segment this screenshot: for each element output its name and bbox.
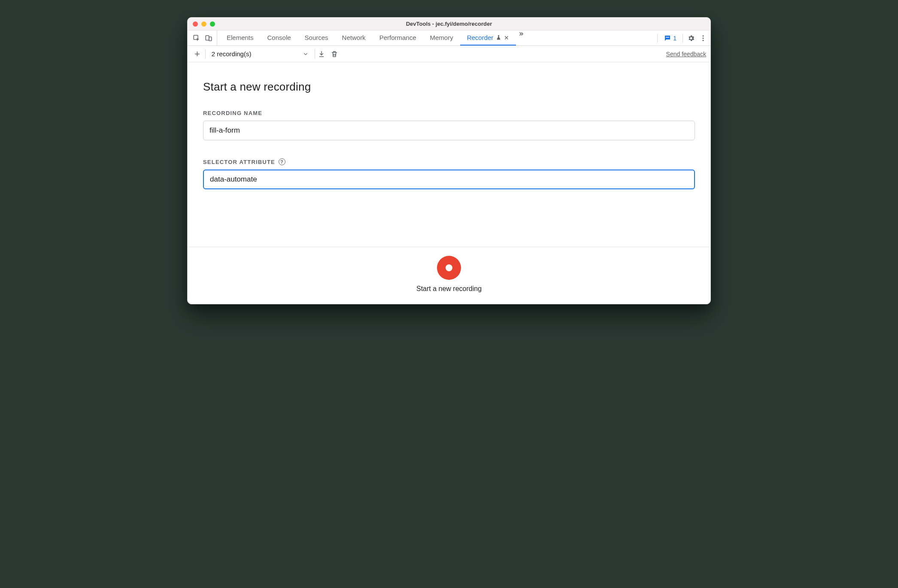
tabs-right-controls: 1 [657,30,707,45]
svg-point-4 [703,35,704,36]
start-recording-button[interactable] [437,256,461,280]
tab-label: Memory [430,34,453,41]
close-tab-icon[interactable]: ✕ [504,34,509,41]
more-menu-icon[interactable] [699,34,707,42]
titlebar: DevTools - jec.fyi/demo/recorder [188,18,710,30]
panel-tabs-row: Elements Console Sources Network Perform… [188,30,710,46]
selector-attribute-group: SELECTOR ATTRIBUTE ? [203,158,695,189]
label-text: SELECTOR ATTRIBUTE [203,159,275,165]
devtools-window: DevTools - jec.fyi/demo/recorder Element… [187,17,711,304]
tab-sources[interactable]: Sources [298,30,335,45]
tab-elements[interactable]: Elements [220,30,261,45]
divider [315,49,315,59]
tab-memory[interactable]: Memory [423,30,460,45]
send-feedback-link[interactable]: Send feedback [666,51,706,58]
device-toolbar-icon[interactable] [205,34,212,42]
tab-recorder[interactable]: Recorder ✕ [460,30,516,45]
maximize-window-icon[interactable] [210,21,215,27]
recordings-dropdown-label: 2 recording(s) [212,50,252,58]
new-recording-icon[interactable]: + [192,48,203,60]
settings-icon[interactable] [687,34,695,42]
divider [205,49,206,59]
tab-label: Elements [227,34,254,41]
tab-label: Recorder [467,34,494,41]
footer-caption: Start a new recording [416,285,482,293]
record-icon [446,264,452,271]
svg-point-5 [703,37,704,39]
tab-label: Performance [379,34,416,41]
dock-icons [191,30,217,45]
page-title: Start a new recording [203,80,695,94]
tab-performance[interactable]: Performance [373,30,423,45]
recording-name-label: RECORDING NAME [203,110,695,116]
svg-rect-2 [209,37,212,41]
tab-console[interactable]: Console [261,30,298,45]
svg-rect-1 [206,36,209,40]
selector-attribute-label: SELECTOR ATTRIBUTE ? [203,158,695,165]
panel-tabs: Elements Console Sources Network Perform… [220,30,516,45]
footer: Start a new recording [188,247,710,304]
recordings-dropdown[interactable]: 2 recording(s) [208,50,312,58]
tab-label: Console [267,34,291,41]
svg-rect-3 [666,37,669,38]
recorder-form: Start a new recording RECORDING NAME SEL… [188,62,710,247]
issues-count: 1 [673,35,677,42]
window-title: DevTools - jec.fyi/demo/recorder [188,21,710,27]
tab-network[interactable]: Network [335,30,373,45]
divider [683,34,683,42]
label-text: RECORDING NAME [203,110,262,116]
experiment-icon [496,35,501,40]
inspect-element-icon[interactable] [193,34,200,42]
recording-name-input[interactable] [203,121,695,140]
svg-point-6 [703,39,704,41]
export-icon[interactable] [318,50,325,58]
tab-label: Network [342,34,366,41]
window-controls [193,21,215,27]
selector-attribute-input[interactable] [203,170,695,189]
issues-badge[interactable]: 1 [662,33,678,43]
more-tabs-icon[interactable] [516,30,526,45]
chevron-down-icon [303,51,309,57]
message-icon [664,34,671,42]
close-window-icon[interactable] [193,21,198,27]
tab-label: Sources [305,34,328,41]
delete-icon[interactable] [331,50,338,58]
recorder-toolbar: + 2 recording(s) Send feedback [188,46,710,62]
minimize-window-icon[interactable] [201,21,206,27]
recording-name-group: RECORDING NAME [203,110,695,140]
divider [657,34,658,42]
help-icon[interactable]: ? [279,158,285,165]
